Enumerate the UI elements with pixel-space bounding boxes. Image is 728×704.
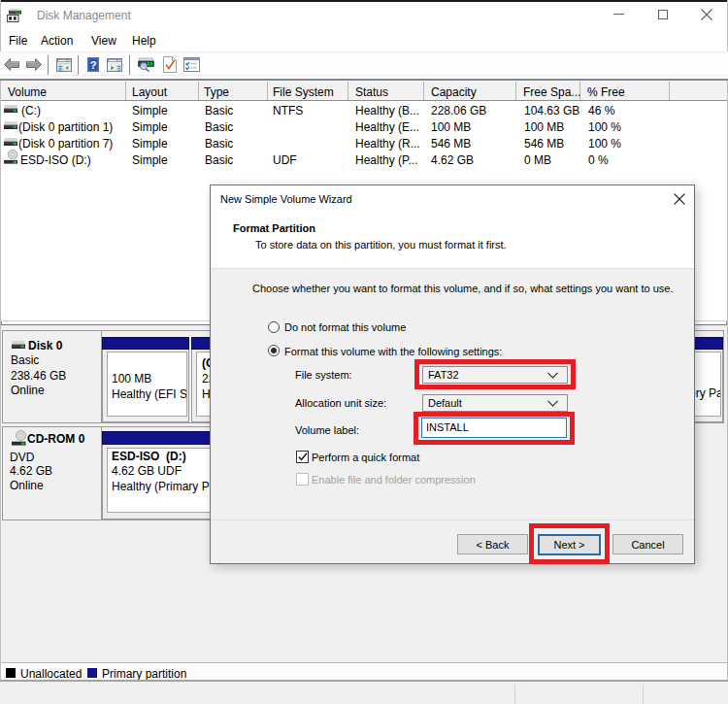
svg-text:?: ? [90,59,97,71]
